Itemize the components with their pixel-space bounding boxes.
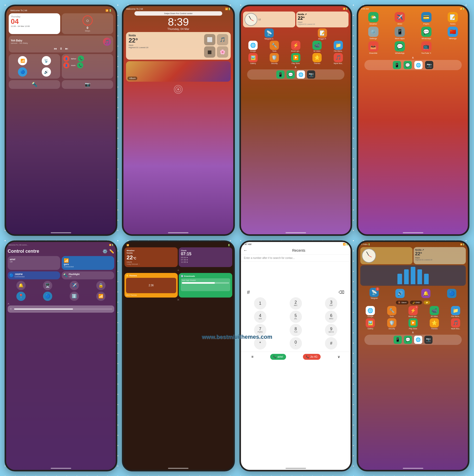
silent-badge[interactable]: 🔕 Silent <box>396 301 408 304</box>
clock-widget-6[interactable]: Clock 07:15 05:00 ●07:30 ●11:00 ● <box>179 247 232 267</box>
home-indicator[interactable] <box>51 232 71 233</box>
dial-key-0[interactable]: 0 + <box>290 337 302 350</box>
dock4-phone[interactable]: 📱 <box>393 61 401 69</box>
hash-symbol[interactable]: # <box>247 289 250 295</box>
app-files[interactable]: 📁 File Mana.. <box>328 41 349 52</box>
airplane-toggle[interactable]: ✈️ <box>70 281 79 290</box>
app4-shareme[interactable]: 📤 ShareMe <box>361 41 386 54</box>
wifi-toggle-2[interactable]: 📶 <box>96 292 106 301</box>
app-telegram[interactable]: 📡 Telegram S. <box>264 28 274 40</box>
dock4-camera[interactable]: 📷 <box>425 61 433 69</box>
home-indicator-2[interactable] <box>168 232 188 233</box>
dnd-badge[interactable]: 🌙 DND <box>410 301 422 304</box>
dock-phone[interactable]: 📱 <box>276 70 285 79</box>
app-wynk[interactable]: 🎵 Wynk Mus.. <box>328 53 349 64</box>
app-security[interactable]: 🛡️ Security <box>264 53 285 64</box>
app8-bell[interactable]: 🔔 <box>421 289 430 298</box>
app8-security[interactable]: 🛡️ Security <box>382 318 402 330</box>
bt-toggle[interactable]: 🔵 <box>18 67 27 77</box>
app8-wynk[interactable]: 🎵 Wynk Mus.. <box>446 318 466 330</box>
phone8-clock-widget[interactable] <box>360 247 413 264</box>
app4-paytm[interactable]: 💳 Paytm <box>414 12 439 25</box>
app8-mivideo[interactable]: 📹 Mi Video <box>424 306 445 317</box>
lock-scan-btn[interactable]: ⬜ <box>204 34 215 45</box>
app8-boost[interactable]: ⚡ 1 Boost spe.. <box>403 306 423 317</box>
app4-notes[interactable]: 📝 Notes <box>440 12 465 25</box>
app-themes[interactable]: ⭐ Themes <box>307 53 327 64</box>
app8-tools[interactable]: 🔧 Tools <box>382 306 402 317</box>
app-google[interactable]: 🌐 Google <box>243 41 263 52</box>
home-weather-widget[interactable]: Noida ↗ 22° Haze Highest:31 Lowest:16 <box>296 12 349 27</box>
downloads-widget-6[interactable]: ⬇️ Downloads Noti Gajil Ghodivi <box>179 273 232 298</box>
screen-toggle[interactable]: 🖥️ <box>43 281 52 290</box>
bell-toggle[interactable]: 🔔 <box>16 281 26 290</box>
dock8-phone[interactable]: 📱 <box>394 336 402 344</box>
app-tools[interactable]: 🔧 Tools <box>264 41 285 52</box>
phone6-add-btn[interactable]: ＋ <box>125 268 231 272</box>
app8-telegram[interactable]: 📡 1 Telegram <box>370 288 379 299</box>
home-indicator-5[interactable] <box>51 468 71 469</box>
vpn-toggle[interactable]: ℹ️ <box>70 292 79 301</box>
app8-gallery[interactable]: 🖼️ Gallery <box>360 318 381 330</box>
app8-google[interactable]: 🌐 Google <box>360 306 381 317</box>
call-sim1-button[interactable]: 📞 airtel <box>270 354 286 360</box>
folder-badge[interactable]: 📁 <box>424 301 430 304</box>
cc-edit-icon[interactable]: ✏️ <box>109 249 114 254</box>
home-indicator-8[interactable] <box>403 468 423 469</box>
camera-widget[interactable]: 📷 <box>62 80 113 89</box>
dock-chrome[interactable]: 🌐 <box>297 70 305 79</box>
pause-button[interactable]: ⏸ <box>59 47 62 50</box>
data-toggle-2[interactable]: 🔵 <box>43 292 52 301</box>
home-indicator-4[interactable] <box>403 232 423 233</box>
dial-key-4[interactable]: 4 GHI <box>254 311 266 323</box>
fingerprint-icon[interactable] <box>123 84 233 94</box>
app8-playstore[interactable]: ▶️ Play Store <box>403 318 423 330</box>
phone6-close-btn[interactable]: ✕ <box>124 298 232 302</box>
app4-whatsapp[interactable]: 💬 WhatsApp <box>414 27 439 40</box>
cc-airtel-card[interactable]: airtel Off <box>8 256 60 270</box>
app8-files[interactable]: 📁 File Mana.. <box>446 306 466 317</box>
dial-key-2[interactable]: 2 ABC <box>290 297 302 310</box>
next-button[interactable]: ⏭ <box>65 47 68 50</box>
lock-music-btn[interactable]: 🎵 <box>217 34 228 45</box>
dial-key-9[interactable]: 9 WXYZ <box>325 324 337 336</box>
app-mivideo[interactable]: 📹 Mi Video <box>307 41 327 52</box>
app8-themes[interactable]: ⭐ Themes <box>424 318 445 330</box>
dial-key-5[interactable]: 5 JKL <box>290 311 302 323</box>
themes-widget-6[interactable]: ⭐ Themes 2:36 MIUI Themes <box>124 273 178 298</box>
lock-toggle[interactable]: 🔒 <box>96 281 106 290</box>
flashlight-widget[interactable]: 🔦 <box>9 80 60 89</box>
app8-volume[interactable]: 🔊 <box>395 289 405 298</box>
cc-settings-icon[interactable]: ⚙️ <box>102 249 108 254</box>
call-sim2-button[interactable]: 📞 Jio 4G <box>303 354 321 360</box>
location-toggle[interactable]: 📍 <box>16 292 26 301</box>
backspace-button[interactable]: ⌫ <box>339 290 344 295</box>
brightness-slider[interactable]: ☀ <box>8 305 114 313</box>
dock8-messages[interactable]: 💬 <box>404 336 412 344</box>
contact-father-call[interactable]: 📞 <box>78 56 84 62</box>
dial-key-3[interactable]: 3 DEF <box>325 297 337 310</box>
app4-youtube[interactable]: 📺 YouTube Y. <box>414 41 439 54</box>
steps-widget[interactable]: ○ 0 Steps <box>62 13 113 34</box>
app-blogger[interactable]: 📝 Blogger P. <box>318 28 327 40</box>
home-indicator-3[interactable] <box>286 232 306 233</box>
home-indicator-6[interactable] <box>168 468 188 469</box>
app4-whatsapp2[interactable]: 💬 WhatsApp <box>387 41 412 54</box>
home-clock-widget[interactable]: 12 <box>243 12 295 27</box>
lock-photos-btn[interactable]: 🌸 <box>217 46 228 58</box>
dock4-messages[interactable]: 💬 <box>404 61 412 69</box>
data-toggle[interactable]: 📡 <box>42 56 51 65</box>
phone8-eq-bars[interactable] <box>360 265 466 286</box>
dial-key-8[interactable]: 8 TUV <box>290 324 302 336</box>
music-widget[interactable]: Yeh Baby samuel - Yeh Baby 🎵 ⏮ ⏸ ⏭ <box>9 36 113 52</box>
cc-fm-card[interactable]: 🔵 :932FM Connected <box>8 271 60 279</box>
home-indicator-7[interactable] <box>286 468 306 469</box>
app4-airtel[interactable]: ✈️ Airtel <box>387 12 412 25</box>
wifi-toggle[interactable]: 📶 <box>18 56 27 65</box>
volume-toggle[interactable]: 🔊 <box>42 67 51 77</box>
lock-barcode-btn[interactable]: ▦ <box>204 46 215 58</box>
dock8-camera[interactable]: 📷 <box>424 336 433 344</box>
dial-key-6[interactable]: 6 MNO <box>325 311 337 323</box>
call-menu-icon[interactable]: ≡ <box>251 355 253 359</box>
app-gallery[interactable]: 🖼️ Gallery <box>243 53 263 64</box>
